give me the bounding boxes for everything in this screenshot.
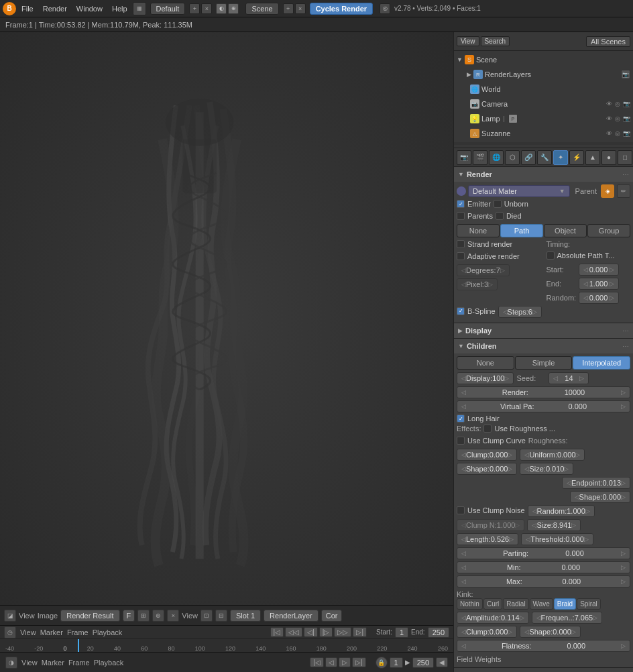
suzanne-cursor[interactable]: ◎ [615,130,620,137]
scene-dropdown[interactable]: Scene [245,3,278,15]
abs-path-checkbox[interactable] [546,251,555,260]
prop-material-icon[interactable]: ● [601,150,616,165]
prop-data-icon[interactable]: ▲ [585,150,600,165]
virtual-pa-field[interactable]: ◁ Virtual Pa: 0.000 ▷ [457,400,630,412]
kink-tab-spiral[interactable]: Spiral [577,598,601,610]
tab-none[interactable]: None [457,224,500,237]
menu-help[interactable]: Help [108,3,131,14]
shape-field[interactable]: ◁ Shape: 0.000 ▷ [457,463,517,475]
clump-n-field[interactable]: ◁ Clump N: 1.000 ▷ [457,519,524,531]
parents-checkbox[interactable] [457,212,465,220]
timeline-view[interactable]: View [20,628,36,636]
tab-object[interactable]: Object [544,224,587,237]
unborn-checkbox[interactable] [494,200,502,208]
prop-object-icon[interactable]: ⬡ [505,150,520,165]
shape3-field[interactable]: ◁ Shape: 0.000 ▷ [520,626,580,638]
view-icon3[interactable]: ⊟ [215,610,227,622]
clump2-field[interactable]: ◁ Clump: 0.000 ▷ [457,626,517,638]
renderlayer-dropdown[interactable]: RenderLayer [264,610,319,622]
image-label[interactable]: Image [38,612,58,620]
slot-dropdown[interactable]: Slot 1 [230,610,261,622]
tree-item-renderlayers[interactable]: ▶ R RenderLayers 📷 [454,67,633,82]
steps-field[interactable]: ◁ Steps: 6 ▷ [498,306,542,318]
play-btn-step-back[interactable]: ◁| [304,627,318,637]
prop-constraint-icon[interactable]: 🔗 [521,150,536,165]
children-tab-interpolated[interactable]: Interpolated [573,356,630,370]
close-workspace-btn[interactable]: × [201,3,212,14]
menu-render[interactable]: Render [39,3,71,14]
img-edit-icon[interactable]: ⊞ [137,610,150,622]
tree-expand-rl[interactable]: ▶ [467,71,471,78]
shape2-field[interactable]: ◁ Shape: 0.000 ▷ [570,491,630,503]
parent-icon[interactable]: ◈ [601,184,614,198]
size-field[interactable]: ◁ Size: 0.010 ▷ [520,463,573,475]
prop-particles-icon[interactable]: ✦ [553,150,568,165]
timeline-marker[interactable]: Marker [40,628,63,636]
camera-eye[interactable]: 👁 [606,101,612,107]
tree-item-lamp[interactable]: 💡 Lamp | P 👁 ◎ 📷 [454,111,633,126]
end-field[interactable]: 250 [428,627,449,638]
img-magnify-btn[interactable]: ⊕ [152,610,164,622]
children-tab-none[interactable]: None [457,356,514,370]
menu-window[interactable]: Window [72,3,107,14]
all-scenes-dropdown[interactable]: All Scenes [586,36,630,47]
use-roughness-checkbox[interactable] [483,425,492,433]
random-field[interactable]: ◁ 0.000 ▷ [579,292,619,304]
adaptive-render-checkbox[interactable] [457,252,465,260]
timeline-frame[interactable]: Frame [67,628,89,636]
use-clump-curve-checkbox[interactable] [457,437,465,445]
render-val-field[interactable]: ◁ Render: 10000 ▷ [457,386,630,398]
view-label[interactable]: View [19,612,35,620]
random2-field[interactable]: ◁ Random: 1.000 ▷ [528,505,595,517]
seed-field[interactable]: ◁ 14 ▷ [549,372,589,384]
timeline-playback[interactable]: Playback [93,628,123,636]
threshold-field[interactable]: ◁ Threshold: 0.000 ▷ [521,533,593,545]
bottom-playback[interactable]: Playback [94,659,124,667]
add-workspace-btn[interactable]: + [189,3,200,14]
lamp-eye[interactable]: 👁 [606,115,612,122]
tree-item-camera[interactable]: 📷 Camera 👁 ◎ 📷 [454,97,633,111]
bottom-start-field[interactable]: 1 [390,657,403,668]
start-field[interactable]: ◁ 0.000 ▷ [579,264,619,276]
died-checkbox[interactable] [496,212,504,220]
lamp-psys-icon[interactable]: P [508,114,518,123]
bspline-checkbox[interactable] [457,307,465,315]
camera-cursor[interactable]: ◎ [615,101,620,107]
emitter-checkbox[interactable] [457,200,465,208]
bottom-play-back[interactable]: ◁ [325,657,337,667]
display-val-field[interactable]: ◁ Display: 100 ▷ [457,372,514,384]
bottom-play-start[interactable]: |◁ [310,657,324,667]
timeline-ruler[interactable]: -40 -20 0 20 40 60 80 100 120 140 160 18… [0,639,453,652]
render-options[interactable]: ⋯ [622,171,629,178]
frequen-field[interactable]: ◁ Frequen..: 7.065 ▷ [532,612,603,624]
start-field[interactable]: 1 [395,627,408,638]
outliner-search-btn[interactable]: Search [481,36,510,46]
size2-field[interactable]: ◁ Size: 8.941 ▷ [527,519,581,531]
view-icon2[interactable]: ⊡ [200,610,213,622]
children-panel-header[interactable]: ▼ Children ⋯ [454,339,633,353]
tree-expand-scene[interactable]: ▼ [457,56,463,63]
play-btn-fwd[interactable]: ▷▷ [334,627,351,637]
kink-tab-wave[interactable]: Wave [530,598,553,610]
material-dropdown[interactable]: Default Mater ▼ [468,185,570,197]
lamp-cursor[interactable]: ◎ [615,115,620,122]
viewport[interactable] [0,32,453,605]
play-btn-step-fwd[interactable]: |▷ [319,627,333,637]
tree-item-world[interactable]: 🌐 World [454,82,633,97]
render-panel-header[interactable]: ▼ Render ⋯ [454,167,633,182]
bottom-end-field[interactable]: 250 [412,657,434,668]
add-scene-btn[interactable]: + [283,3,294,14]
close-scene-btn[interactable]: × [295,3,306,14]
lamp-render[interactable]: 📷 [623,115,630,122]
menu-file[interactable]: File [17,3,38,14]
tab-path[interactable]: Path [500,224,543,237]
clump-field[interactable]: ◁ Clump: 0.000 ▷ [457,449,517,461]
workspace-dropdown[interactable]: Default [150,3,186,15]
parting-field[interactable]: ◁ Parting: 0.000 ▷ [457,547,630,559]
strand-render-checkbox[interactable] [457,240,465,248]
kink-tab-radial[interactable]: Radial [503,598,528,610]
bottom-lock-btn[interactable]: 🔒 [376,657,388,669]
bottom-frame-lbl[interactable]: Frame [68,659,90,667]
rl-camera-btn[interactable]: 📷 [621,70,630,79]
use-clump-noise-checkbox[interactable] [457,506,465,514]
